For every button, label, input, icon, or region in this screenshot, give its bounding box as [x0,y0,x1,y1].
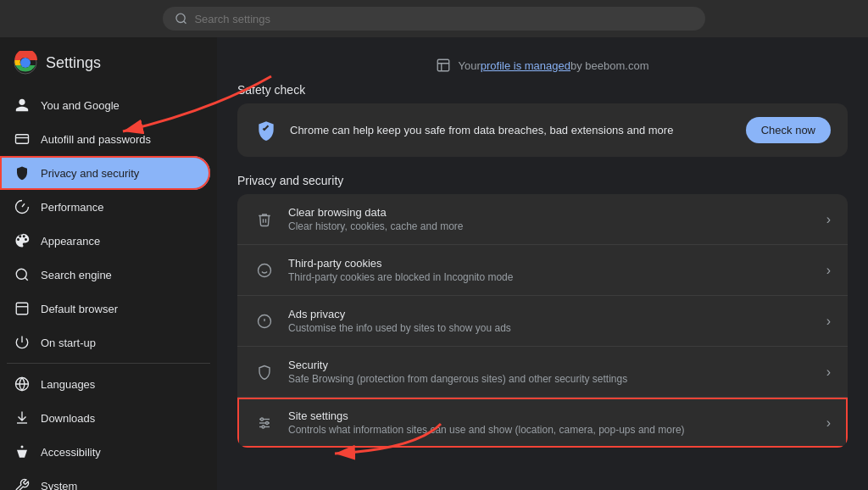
svg-point-12 [21,446,24,448]
power-icon [14,334,31,351]
safety-check-card: Chrome can help keep you safe from data … [237,103,848,157]
clear-browsing-desc: Clear history, cookies, cache and more [288,220,826,232]
sidebar-item-autofill[interactable]: Autofill and passwords [0,122,210,156]
trash-icon [254,209,275,230]
site-settings-text: Site settings Controls what information … [288,409,826,436]
svg-point-23 [262,426,264,428]
privacy-security-section: Privacy and security Clear browsing data… [237,174,848,448]
sidebar-item-default-browser[interactable]: Default browser [0,292,210,326]
sidebar-item-accessibility[interactable]: Accessibility [0,435,210,469]
svg-point-22 [266,421,269,424]
ads-privacy-title: Ads privacy [288,308,826,320]
speedometer-icon [14,198,31,215]
settings-item-site-settings[interactable]: Site settings Controls what information … [237,398,848,448]
chevron-right-icon: › [826,263,831,278]
managed-suffix: by beebom.com [570,59,649,72]
settings-list: Clear browsing data Clear history, cooki… [237,194,848,448]
check-now-button[interactable]: Check now [746,117,831,143]
main-layout: Settings You and Google Autofill and pas… [0,37,868,490]
sidebar-label-default-browser: Default browser [41,303,118,315]
third-party-text: Third-party cookies Third-party cookies … [288,257,826,283]
clear-browsing-title: Clear browsing data [288,206,826,219]
security-desc: Safe Browsing (protection from dangerous… [288,373,826,385]
settings-item-third-party-cookies[interactable]: Third-party cookies Third-party cookies … [237,245,848,296]
chrome-logo-icon [14,51,37,75]
safety-shield-icon [254,119,278,142]
sidebar-item-performance[interactable]: Performance [0,190,210,224]
sidebar-label-you-and-google: You and Google [41,99,120,112]
settings-item-ads-privacy[interactable]: Ads privacy Customise the info used by s… [237,296,848,347]
ads-privacy-text: Ads privacy Customise the info used by s… [288,308,826,334]
app-title: Settings [46,54,101,72]
security-title: Security [288,359,826,371]
palette-icon [14,232,31,249]
sidebar-label-downloads: Downloads [41,412,95,425]
svg-rect-13 [438,59,450,71]
ads-privacy-desc: Customise the info used by sites to show… [288,322,826,334]
search-input[interactable] [194,13,693,25]
svg-point-0 [176,14,185,22]
settings-item-security[interactable]: Security Safe Browsing (protection from … [237,347,848,398]
svg-line-1 [184,21,186,24]
app-logo: Settings [0,44,217,88]
shield-icon [14,164,31,181]
settings-item-clear-browsing[interactable]: Clear browsing data Clear history, cooki… [237,194,848,245]
sidebar-item-system[interactable]: System [0,469,210,490]
sidebar-item-languages[interactable]: Languages [0,367,210,401]
svg-point-6 [16,269,26,279]
sidebar-item-on-startup[interactable]: On start-up [0,326,210,359]
security-shield-icon [254,362,275,382]
search-nav-icon [14,266,31,283]
svg-rect-8 [16,303,28,315]
safety-check-title: Safety check [237,83,848,97]
sidebar-item-downloads[interactable]: Downloads [0,401,210,435]
sidebar-label-appearance: Appearance [41,235,100,248]
content-area: Your profile is managed by beebom.com Sa… [217,37,868,490]
third-party-title: Third-party cookies [288,257,826,270]
svg-rect-4 [16,135,29,144]
chevron-right-icon: › [826,212,831,227]
sidebar: Settings You and Google Autofill and pas… [0,37,217,490]
clear-browsing-text: Clear browsing data Clear history, cooki… [288,206,826,232]
download-icon [14,409,31,426]
browser-icon [14,300,31,317]
sidebar-label-languages: Languages [41,378,95,391]
site-settings-desc: Controls what information sites can use … [288,424,826,436]
globe-icon [14,376,31,393]
managed-banner: Your profile is managed by beebom.com [237,51,848,83]
managed-icon [436,58,451,73]
search-icon [175,12,187,25]
sidebar-label-privacy: Privacy and security [41,167,139,180]
sidebar-label-autofill: Autofill and passwords [41,133,151,146]
chevron-right-icon: › [826,314,831,329]
chevron-right-icon: › [826,365,831,380]
svg-line-7 [25,277,27,280]
sidebar-label-system: System [41,480,77,491]
safety-card-left: Chrome can help keep you safe from data … [254,119,673,142]
sidebar-label-on-startup: On start-up [41,337,96,349]
topbar [0,0,868,37]
wrench-icon [14,477,31,490]
managed-link[interactable]: profile is managed [481,59,570,72]
site-settings-title: Site settings [288,409,826,422]
sidebar-label-accessibility: Accessibility [41,446,101,459]
svg-point-21 [261,418,264,420]
sidebar-item-search-engine[interactable]: Search engine [0,258,210,292]
ads-icon [254,311,275,331]
sidebar-label-performance: Performance [41,201,103,214]
sidebar-item-privacy[interactable]: Privacy and security [0,156,210,190]
svg-point-14 [259,264,271,276]
sidebar-item-appearance[interactable]: Appearance [0,224,210,258]
accessibility-icon [14,443,31,460]
sidebar-divider [7,363,210,364]
sidebar-label-search-engine: Search engine [41,269,112,281]
privacy-section-title: Privacy and security [237,174,848,187]
sidebar-item-you-and-google[interactable]: You and Google [0,88,210,122]
search-bar [163,7,705,31]
sliders-icon [254,413,275,433]
credit-card-icon [14,131,31,148]
third-party-desc: Third-party cookies are blocked in Incog… [288,271,826,283]
safety-description: Chrome can help keep you safe from data … [290,124,673,136]
chevron-right-icon: › [826,415,831,431]
svg-point-3 [20,58,31,68]
